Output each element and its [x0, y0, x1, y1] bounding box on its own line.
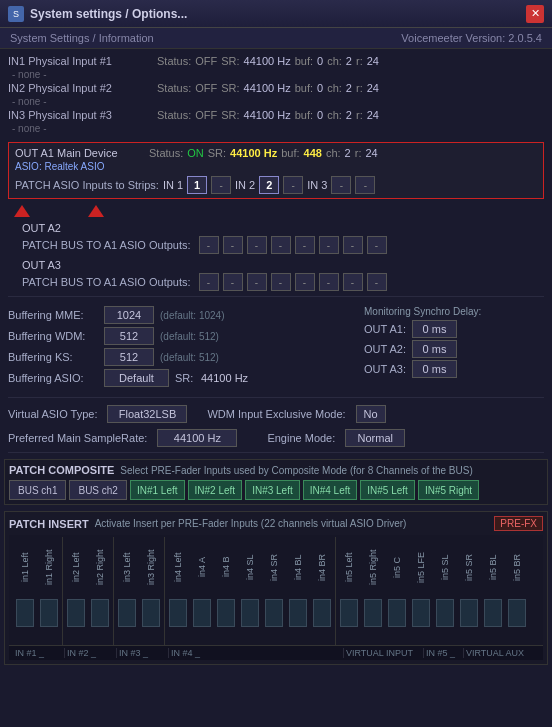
buf-mme-val[interactable]: 1024 — [104, 306, 154, 324]
ch-in5-sr: in5 SR — [457, 537, 481, 645]
monitoring-title: Monitoring Synchro Delay: — [364, 306, 544, 317]
group-in2: IN #2 _ — [65, 648, 117, 658]
buf-wdm-val[interactable]: 512 — [104, 327, 154, 345]
in2-sr: 44100 Hz — [244, 82, 291, 94]
wdm-exclusive-val[interactable]: No — [356, 405, 386, 423]
a3-patch-2[interactable]: - — [223, 273, 243, 291]
a3-patch-7[interactable]: - — [343, 273, 363, 291]
a2-patch-6[interactable]: - — [319, 236, 339, 254]
in1-row: IN1 Physical Input #1 Status: OFF SR: 44… — [8, 53, 544, 80]
out-a1-status: ON — [187, 147, 204, 159]
wdm-exclusive-label: WDM Input Exclusive Mode: — [207, 408, 345, 420]
in3-buf: 0 — [317, 109, 323, 121]
a2-patch-7[interactable]: - — [343, 236, 363, 254]
a3-patch-1[interactable]: - — [199, 273, 219, 291]
divider-2 — [8, 397, 544, 398]
a3-patch-5[interactable]: - — [295, 273, 315, 291]
in3-patch-val[interactable]: - — [331, 176, 351, 194]
in1-patch-minus[interactable]: - — [211, 176, 231, 194]
divider-1 — [8, 296, 544, 297]
ch-in1-right: in1 Right — [37, 537, 61, 645]
ch-in5-bl: in5 BL — [481, 537, 505, 645]
in3-patch-minus[interactable]: - — [355, 176, 375, 194]
in1-buf: 0 — [317, 55, 323, 67]
in4-left-btn[interactable]: IN#4 Left — [303, 480, 358, 500]
bus-ch1-btn[interactable]: BUS ch1 — [9, 480, 66, 500]
bus-ch2-btn[interactable]: BUS ch2 — [69, 480, 126, 500]
virtual-asio-val[interactable]: Float32LSB — [107, 405, 187, 423]
a2-patch-4[interactable]: - — [271, 236, 291, 254]
patch-insert-desc: Activate Insert per PRE-Fader Inputs (22… — [95, 518, 489, 529]
patch-composite-desc: Select PRE-Fader Inputs used by Composit… — [120, 465, 472, 476]
out-a1-ch: 2 — [345, 147, 351, 159]
ch-in5-right: in5 Right — [361, 537, 385, 645]
ch-in4-sl: in4 SL — [238, 537, 262, 645]
a3-patch-4[interactable]: - — [271, 273, 291, 291]
buf-sr-val: 44100 Hz — [201, 372, 248, 384]
in1-left-btn[interactable]: IN#1 Left — [130, 480, 185, 500]
arrow-up-1 — [14, 205, 30, 217]
buf-ks-label: Buffering KS: — [8, 351, 98, 363]
a2-patch-3[interactable]: - — [247, 236, 267, 254]
ch-in1-left: in1 Left — [13, 537, 37, 645]
in2-left-btn[interactable]: IN#2 Left — [188, 480, 243, 500]
ch-in5-br: in5 BR — [505, 537, 529, 645]
header-left-label: System Settings / Information — [10, 32, 154, 44]
in1-sr: 44100 Hz — [244, 55, 291, 67]
divider-3 — [8, 452, 544, 453]
buffering-section: Buffering MME: 1024 (default: 1024) Buff… — [0, 300, 552, 394]
window-title: System settings / Options... — [30, 7, 187, 21]
in5-left-btn[interactable]: IN#5 Left — [360, 480, 415, 500]
ch-in4-sr: in4 SR — [262, 537, 286, 645]
sep-1 — [62, 537, 63, 645]
group-in4: IN #4 _ — [169, 648, 344, 658]
ch-in4-bl: in4 BL — [286, 537, 310, 645]
in2-name: IN2 Physical Input #2 — [8, 82, 153, 94]
a3-patch-3[interactable]: - — [247, 273, 267, 291]
in2-patch-val[interactable]: 2 — [259, 176, 279, 194]
patch-composite-title: PATCH COMPOSITE — [9, 464, 114, 476]
in1-ch: 2 — [346, 55, 352, 67]
mon-a1-val[interactable]: 0 ms — [412, 320, 457, 338]
buf-mme-default: (default: 1024) — [160, 310, 225, 321]
a2-patch-2[interactable]: - — [223, 236, 243, 254]
group-in1: IN #1 _ — [13, 648, 65, 658]
in3-left-btn[interactable]: IN#3 Left — [245, 480, 300, 500]
close-button[interactable]: ✕ — [526, 5, 544, 23]
a2-patch-8[interactable]: - — [367, 236, 387, 254]
buf-ks-val[interactable]: 512 — [104, 348, 154, 366]
out-a1-sr: 44100 Hz — [230, 147, 277, 159]
in2-buf: 0 — [317, 82, 323, 94]
a2-patch-5[interactable]: - — [295, 236, 315, 254]
out-a2-name: OUT A2 — [22, 222, 72, 234]
in1-patch-val[interactable]: 1 — [187, 176, 207, 194]
mon-a3-val[interactable]: 0 ms — [412, 360, 457, 378]
out-a3-name: OUT A3 — [22, 259, 72, 271]
preferred-val[interactable]: 44100 Hz — [157, 429, 237, 447]
out-a2-patch-label: PATCH BUS TO A1 ASIO Outputs: — [22, 239, 191, 251]
info-header: System Settings / Information Voicemeete… — [0, 28, 552, 49]
a3-patch-8[interactable]: - — [367, 273, 387, 291]
engine-mode-val[interactable]: Normal — [345, 429, 405, 447]
sep-3 — [164, 537, 165, 645]
ch-in2-left: in2 Left — [64, 537, 88, 645]
in2-patch-minus[interactable]: - — [283, 176, 303, 194]
out-a1-name: OUT A1 Main Device — [15, 147, 145, 159]
ch-in4-br: in4 BR — [310, 537, 334, 645]
version-label: Voicemeeter Version: 2.0.5.4 — [401, 32, 542, 44]
mon-a2-val[interactable]: 0 ms — [412, 340, 457, 358]
vertical-channels-area: in1 Left in1 Right in2 Left in2 Right in… — [9, 535, 543, 645]
buf-asio-val[interactable]: Default — [104, 369, 169, 387]
ch-in4-b: in4 B — [214, 537, 238, 645]
in3-r: 24 — [367, 109, 379, 121]
out-a3-patch-label: PATCH BUS TO A1 ASIO Outputs: — [22, 276, 191, 288]
in5-right-btn[interactable]: IN#5 Right — [418, 480, 479, 500]
ch-in5-c: in5 C — [385, 537, 409, 645]
a2-patch-1[interactable]: - — [199, 236, 219, 254]
ch-in3-right: in3 Right — [139, 537, 163, 645]
a3-patch-6[interactable]: - — [319, 273, 339, 291]
buf-asio-label: Buffering ASIO: — [8, 372, 98, 384]
ch-in4-left: in4 Left — [166, 537, 190, 645]
mon-a2-label: OUT A2: — [364, 343, 406, 355]
buf-sr-label: SR: — [175, 372, 195, 384]
